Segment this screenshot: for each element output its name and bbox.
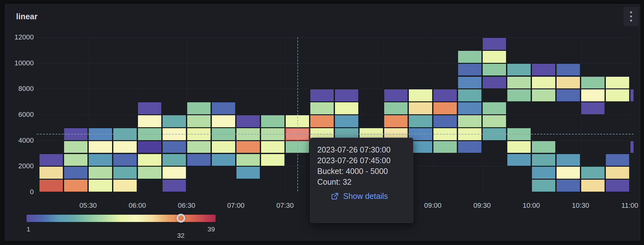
heatmap-cell[interactable] xyxy=(457,50,482,63)
heatmap-cell[interactable] xyxy=(605,166,630,179)
heatmap-cell[interactable] xyxy=(162,166,187,179)
heatmap-cell[interactable] xyxy=(310,89,334,102)
heatmap-cell[interactable] xyxy=(39,153,63,167)
heatmap-cell[interactable] xyxy=(113,140,137,154)
heatmap-cell[interactable] xyxy=(556,179,581,192)
heatmap-cell[interactable] xyxy=(630,89,634,102)
heatmap-cell[interactable] xyxy=(482,115,507,128)
heatmap-cell[interactable] xyxy=(482,37,507,51)
heatmap-cell[interactable] xyxy=(556,89,581,102)
heatmap-cell[interactable] xyxy=(39,166,63,179)
heatmap-cell[interactable] xyxy=(211,115,236,128)
heatmap-cell[interactable] xyxy=(457,140,482,154)
heatmap-cell[interactable] xyxy=(334,102,359,115)
heatmap-cell[interactable] xyxy=(236,166,260,179)
heatmap-cell[interactable] xyxy=(457,76,482,89)
heatmap-cell[interactable] xyxy=(88,140,113,154)
heatmap-cell[interactable] xyxy=(408,115,433,128)
panel-title[interactable]: linear xyxy=(16,12,38,21)
heatmap-cell[interactable] xyxy=(531,63,556,76)
heatmap-cell[interactable] xyxy=(556,63,581,76)
heatmap-cell[interactable] xyxy=(433,89,457,102)
heatmap-cell[interactable] xyxy=(63,166,88,179)
heatmap-cell[interactable] xyxy=(457,115,482,128)
heatmap-cell[interactable] xyxy=(187,140,211,154)
heatmap-cell[interactable] xyxy=(63,179,88,192)
heatmap-cell[interactable] xyxy=(457,89,482,102)
heatmap-cell[interactable] xyxy=(137,115,162,128)
heatmap-cell[interactable] xyxy=(113,166,137,179)
heatmap-cell[interactable] xyxy=(408,89,433,102)
heatmap-cell[interactable] xyxy=(236,115,260,128)
heatmap-cell[interactable] xyxy=(211,102,236,115)
heatmap-cell[interactable] xyxy=(605,76,630,89)
heatmap-cell[interactable] xyxy=(187,153,211,167)
heatmap-cell[interactable] xyxy=(581,102,605,115)
heatmap-cell[interactable] xyxy=(531,179,556,192)
heatmap-cell[interactable] xyxy=(310,102,334,115)
heatmap-cell[interactable] xyxy=(556,166,581,179)
heatmap-cell[interactable] xyxy=(137,140,162,154)
heatmap-cell[interactable] xyxy=(334,89,359,102)
heatmap-cell[interactable] xyxy=(581,166,605,179)
heatmap-cell[interactable] xyxy=(39,179,63,192)
heatmap-cell[interactable] xyxy=(457,63,482,76)
heatmap-cell[interactable] xyxy=(211,140,236,154)
heatmap-cell[interactable] xyxy=(137,166,162,179)
heatmap-cell[interactable] xyxy=(113,179,137,192)
heatmap-cell[interactable] xyxy=(162,179,187,192)
heatmap-cell[interactable] xyxy=(433,115,457,128)
heatmap-cell[interactable] xyxy=(63,153,88,167)
heatmap-cell[interactable] xyxy=(581,179,605,192)
heatmap-cell[interactable] xyxy=(408,102,433,115)
heatmap-cell[interactable] xyxy=(581,76,605,89)
heatmap-cell[interactable] xyxy=(113,153,137,167)
heatmap-cell[interactable] xyxy=(260,140,285,154)
heatmap-cell[interactable] xyxy=(63,140,88,154)
heatmap-cell[interactable] xyxy=(137,102,162,115)
heatmap-cell[interactable] xyxy=(556,76,581,89)
heatmap-cell[interactable] xyxy=(162,115,187,128)
heatmap-cell[interactable] xyxy=(236,153,260,167)
heatmap-cell[interactable] xyxy=(162,140,187,154)
heatmap-cell[interactable] xyxy=(334,115,359,128)
heatmap-cell[interactable] xyxy=(581,89,605,102)
heatmap-cell[interactable] xyxy=(482,50,507,63)
heatmap-cell[interactable] xyxy=(605,153,630,167)
heatmap-cell[interactable] xyxy=(507,153,531,167)
heatmap-cell[interactable] xyxy=(187,115,211,128)
heatmap-cell[interactable] xyxy=(260,153,285,167)
heatmap-cell[interactable] xyxy=(310,115,334,128)
heatmap-cell[interactable] xyxy=(88,153,113,167)
heatmap-cell[interactable] xyxy=(605,179,630,192)
heatmap-cell[interactable] xyxy=(556,153,581,167)
heatmap-cell[interactable] xyxy=(384,115,408,128)
heatmap-cell[interactable] xyxy=(531,166,556,179)
show-details-link[interactable]: Show details xyxy=(331,192,406,201)
heatmap-cell[interactable] xyxy=(507,63,531,76)
heatmap-cell[interactable] xyxy=(531,140,556,154)
heatmap-cell[interactable] xyxy=(433,140,457,154)
heatmap-cell[interactable] xyxy=(88,179,113,192)
heatmap-cell[interactable] xyxy=(531,89,556,102)
heatmap-cell[interactable] xyxy=(482,102,507,115)
panel-menu-button[interactable] xyxy=(623,7,639,26)
heatmap-cell[interactable] xyxy=(482,76,507,89)
heatmap-cell[interactable] xyxy=(507,89,531,102)
heatmap-cell[interactable] xyxy=(507,76,531,89)
heatmap-cell[interactable] xyxy=(531,153,556,167)
heatmap-cell[interactable] xyxy=(457,102,482,115)
heatmap-cell[interactable] xyxy=(260,115,285,128)
heatmap-cell[interactable] xyxy=(236,140,260,154)
heatmap-cell[interactable] xyxy=(88,166,113,179)
heatmap-cell[interactable] xyxy=(482,63,507,76)
heatmap-cell[interactable] xyxy=(384,102,408,115)
heatmap-cell[interactable] xyxy=(162,153,187,167)
heatmap-cell[interactable] xyxy=(187,102,211,115)
heatmap-cell[interactable] xyxy=(433,102,457,115)
heatmap-cell[interactable] xyxy=(384,89,408,102)
heatmap-cell[interactable] xyxy=(137,153,162,167)
heatmap-cell[interactable] xyxy=(531,76,556,89)
heatmap-cell[interactable] xyxy=(605,89,630,102)
heatmap-cell[interactable] xyxy=(507,140,531,154)
